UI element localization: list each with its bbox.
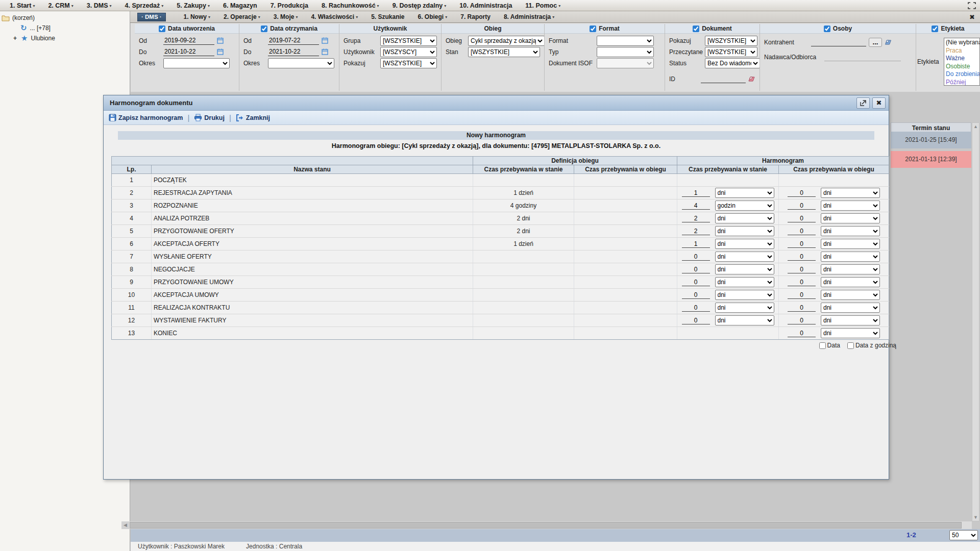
- etykieta-listbox[interactable]: (Nie wybrana)PracaWażneOsobisteDo zrobie…: [944, 38, 980, 86]
- harm-czas-stan-value-input-row8[interactable]: [682, 266, 710, 273]
- grupa-select[interactable]: [WSZYSTKIE]: [380, 36, 437, 46]
- harm-czas-obieg-unit-select-row9[interactable]: dni: [821, 277, 880, 287]
- data-otrzymania-checkbox[interactable]: [261, 26, 267, 32]
- typ-select[interactable]: [597, 47, 654, 57]
- harm-czas-obieg-value-input-row9[interactable]: [788, 279, 816, 286]
- przeczytane-select[interactable]: [WSZYSTKIE]: [705, 47, 757, 57]
- harm-czas-obieg-value-input-row2[interactable]: [788, 189, 816, 197]
- harm-czas-obieg-value-input-row4[interactable]: [788, 215, 816, 222]
- harm-czas-stan-unit-select-row7[interactable]: dni: [715, 252, 774, 262]
- harm-czas-stan-value-input-row10[interactable]: [682, 291, 710, 299]
- dms-menu-item-2[interactable]: 2. Operacje▾: [217, 13, 267, 20]
- stan-select[interactable]: [WSZYSTKIE]: [468, 47, 540, 57]
- harm-czas-stan-unit-select-row3[interactable]: godzin: [715, 201, 774, 211]
- harm-czas-obieg-value-input-row12[interactable]: [788, 317, 816, 324]
- calendar-icon[interactable]: [217, 37, 224, 44]
- harm-czas-stan-unit-select-row8[interactable]: dni: [715, 264, 774, 274]
- close-dialog-button[interactable]: Zamknij: [236, 114, 270, 121]
- save-harmonogram-button[interactable]: Zapisz harmonogram: [109, 114, 183, 121]
- harm-czas-stan-unit-select-row12[interactable]: dni: [715, 315, 774, 325]
- harm-czas-stan-value-input-row3[interactable]: [682, 202, 710, 210]
- dms-brand-button[interactable]: · DMS ·: [137, 13, 166, 21]
- eraser-icon[interactable]: [885, 39, 892, 45]
- dialog-close-button[interactable]: ✖: [872, 97, 886, 109]
- id-input[interactable]: [701, 75, 746, 83]
- fullscreen-icon[interactable]: [968, 2, 976, 9]
- tree-expand-item[interactable]: ↻ ... [+78]: [0, 23, 130, 33]
- harm-czas-obieg-value-input-row11[interactable]: [788, 304, 816, 312]
- pokazuj-select[interactable]: [WSZYSTKIE]: [380, 58, 437, 68]
- harm-czas-obieg-value-input-row6[interactable]: [788, 240, 816, 248]
- vertical-scrollbar[interactable]: ▲ ▼: [972, 122, 979, 521]
- harm-czas-stan-value-input-row2[interactable]: [682, 189, 710, 197]
- data-utworzenia-checkbox[interactable]: [159, 26, 165, 32]
- status-select[interactable]: Bez Do wiadomoś: [705, 58, 760, 68]
- scroll-up-icon[interactable]: ▲: [972, 124, 979, 129]
- nadawca-odbiorca-input[interactable]: [824, 53, 901, 61]
- harm-czas-obieg-value-input-row13[interactable]: [788, 330, 816, 337]
- calendar-icon[interactable]: [217, 48, 224, 55]
- harm-czas-stan-unit-select-row6[interactable]: dni: [715, 239, 774, 249]
- panel-close-icon[interactable]: ✖: [969, 13, 975, 21]
- data-z-godzina-checkbox-option[interactable]: Data z godziną: [847, 342, 896, 349]
- harm-czas-stan-value-input-row4[interactable]: [682, 215, 710, 222]
- data-utworzenia-od-input[interactable]: [163, 37, 214, 45]
- scrollbar-thumb[interactable]: [130, 522, 962, 529]
- dms-menu-item-1[interactable]: 1. Nowy▾: [177, 13, 217, 20]
- harm-czas-stan-value-input-row6[interactable]: [682, 240, 710, 248]
- dialog-title-bar[interactable]: Harmonogram dokumentu ✖: [104, 95, 889, 111]
- data-otrzymania-do-input[interactable]: [268, 48, 319, 56]
- harm-czas-obieg-value-input-row10[interactable]: [788, 291, 816, 299]
- harm-czas-stan-value-input-row7[interactable]: [682, 253, 710, 261]
- harm-czas-stan-value-input-row12[interactable]: [682, 317, 710, 324]
- refresh-icon[interactable]: ↻: [20, 23, 27, 33]
- harm-czas-obieg-unit-select-row3[interactable]: dni: [821, 201, 880, 211]
- top-menu-item-1[interactable]: 1. Start▾: [3, 2, 41, 9]
- harm-czas-stan-unit-select-row10[interactable]: dni: [715, 290, 774, 300]
- top-menu-item-9[interactable]: 9. Dostęp zdalny▾: [386, 2, 453, 9]
- kontrahent-lookup-button[interactable]: ...: [869, 38, 882, 47]
- data-checkbox-option[interactable]: Data: [819, 342, 840, 349]
- top-menu-item-11[interactable]: 11. Pomoc▾: [519, 2, 567, 9]
- kontrahent-input[interactable]: [811, 38, 866, 46]
- etykieta-checkbox[interactable]: [932, 26, 938, 32]
- harm-czas-stan-unit-select-row5[interactable]: dni: [715, 226, 774, 236]
- data-utworzenia-okres-select[interactable]: [163, 58, 230, 68]
- harm-czas-obieg-value-input-row8[interactable]: [788, 266, 816, 273]
- harm-czas-obieg-value-input-row5[interactable]: [788, 228, 816, 235]
- format-checkbox[interactable]: [590, 26, 596, 32]
- dms-menu-item-7[interactable]: 7. Raporty: [454, 13, 497, 20]
- etykieta-option-5[interactable]: Do zrobienia: [946, 70, 978, 79]
- format-select[interactable]: [597, 36, 654, 46]
- dms-menu-item-4[interactable]: 4. Właściwości▾: [304, 13, 364, 20]
- obieg-select[interactable]: Cykl sprzedaży z okazją: [468, 36, 545, 46]
- dokument-checkbox[interactable]: [693, 26, 699, 32]
- dms-menu-item-8[interactable]: 8. Administracja▾: [497, 13, 561, 20]
- harm-czas-obieg-unit-select-row6[interactable]: dni: [821, 239, 880, 249]
- top-menu-item-4[interactable]: 4. Sprzedaż▾: [118, 2, 170, 9]
- top-menu-item-8[interactable]: 8. Rachunkowość▾: [315, 2, 386, 9]
- calendar-icon[interactable]: [322, 48, 328, 55]
- osoby-checkbox[interactable]: [824, 26, 830, 32]
- top-menu-item-3[interactable]: 3. DMS▾: [80, 2, 118, 9]
- horizontal-scrollbar[interactable]: ◀: [121, 521, 972, 529]
- etykieta-option-6[interactable]: Później: [946, 79, 978, 86]
- harm-czas-obieg-unit-select-row8[interactable]: dni: [821, 264, 880, 274]
- data-checkbox[interactable]: [819, 342, 826, 349]
- harm-czas-obieg-unit-select-row5[interactable]: dni: [821, 226, 880, 236]
- termin-stanu-row-2[interactable]: 2021-01-13 [12:39]: [891, 151, 971, 168]
- dokument-pokazuj-select[interactable]: [WSZYSTKIE]: [705, 36, 757, 46]
- tree-root-item[interactable]: (korzeń): [0, 13, 130, 22]
- termin-stanu-row-1[interactable]: 2021-01-25 [15:49]: [891, 132, 971, 148]
- harm-czas-stan-value-input-row11[interactable]: [682, 304, 710, 312]
- data-utworzenia-do-input[interactable]: [163, 48, 214, 56]
- scroll-left-icon[interactable]: ◀: [121, 521, 129, 529]
- top-menu-item-5[interactable]: 5. Zakupy▾: [170, 2, 216, 9]
- harm-czas-stan-unit-select-row4[interactable]: dni: [715, 213, 774, 223]
- expand-plus-icon[interactable]: +: [13, 35, 17, 42]
- eraser-icon[interactable]: [748, 76, 755, 82]
- uzytkownik-select[interactable]: [WSZYSCY]: [380, 47, 437, 57]
- data-otrzymania-okres-select[interactable]: [268, 58, 334, 68]
- print-button[interactable]: Drukuj: [194, 114, 225, 121]
- page-size-select[interactable]: 50: [949, 530, 978, 540]
